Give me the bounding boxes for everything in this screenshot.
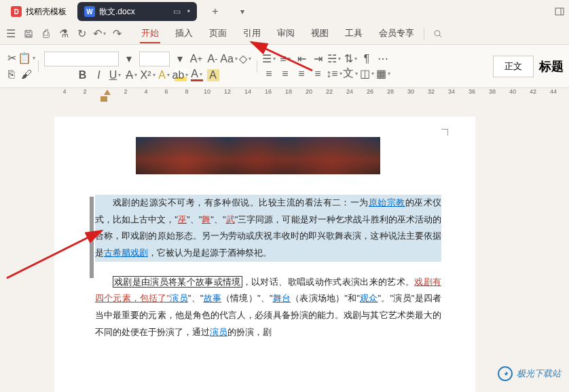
phonetic-icon[interactable]: 文 [344,68,356,80]
more-icon[interactable]: ⋯ [377,53,389,65]
menu-tab-insert[interactable]: 插入 [174,24,194,43]
cut-icon[interactable]: ✂ [5,52,18,64]
increase-font-icon[interactable]: A+ [190,53,202,65]
document-image[interactable] [136,137,380,174]
tab-window-icon[interactable]: ▭ [173,7,181,16]
highlight-icon[interactable]: ab [175,69,187,81]
line-spacing-icon[interactable]: ↕≡ [328,68,340,80]
redo-icon[interactable]: ↷ [111,28,122,39]
link-wu[interactable]: 巫 [178,214,187,224]
paragraph-1[interactable]: 戏剧的起源实不可考，有多种假说。比较主流的看法有二：一为原始宗教的巫术仪式，比如… [95,195,441,262]
change-case-icon[interactable]: Aa [223,53,235,65]
link-audience[interactable]: 观众 [360,293,378,303]
watermark: ✦ 极光下载站 [498,366,561,381]
tab-document[interactable]: W 散文.docx ▭ • [77,2,197,21]
settings-icon[interactable]: ⚗ [58,28,69,39]
watermark-logo-icon: ✦ [498,366,513,381]
font-size-select[interactable] [139,52,170,66]
strike-icon[interactable]: A [126,69,138,81]
horizontal-ruler[interactable]: 4 2 2 4 6 8 10 12 14 16 18 20 22 24 26 2… [0,88,569,103]
decrease-indent-icon[interactable]: ⇤ [295,53,308,65]
document-page[interactable]: 戏剧的起源实不可考，有多种假说。比较主流的看法有二：一为原始宗教的巫术仪式，比如… [54,117,475,392]
style-heading-label[interactable]: 标题 [539,58,564,75]
sort-icon[interactable]: ⇅ [344,53,356,65]
add-tab-button[interactable]: + [206,3,224,20]
italic-icon[interactable]: I [93,69,105,81]
menu-tab-review[interactable]: 审阅 [276,24,296,43]
font-name-select[interactable] [44,52,119,66]
link-martial[interactable]: 武 [226,214,235,224]
link-religion[interactable]: 原始宗教 [369,197,405,208]
decrease-font-icon[interactable]: A- [206,53,219,65]
link-greek-drama[interactable]: 古希腊戏剧 [104,248,148,258]
tab-label: 散文.docx [99,6,135,18]
link-actor2[interactable]: 演员 [210,327,227,337]
menu-tab-start[interactable]: 开始 [140,24,160,43]
tab-label: 找稻壳模板 [26,6,67,18]
menu-tab-tools[interactable]: 工具 [344,24,364,43]
align-center-icon[interactable]: ≡ [279,68,291,80]
show-marks-icon[interactable]: ¶ [361,53,373,65]
bullet-list-icon[interactable]: ☰ [263,53,275,65]
menu-tab-page[interactable]: 页面 [208,24,228,43]
menu-tab-member[interactable]: 会员专享 [378,24,416,43]
paragraph-2[interactable]: 戏剧是由演员将某个故事或情境，以对话、歌唱或动作式表演出来的艺术。戏剧有四个元素… [95,274,441,341]
link-actor[interactable]: 演员 [170,293,188,303]
bold-icon[interactable]: B [77,69,89,81]
align-left-icon[interactable]: ≡ [263,68,275,80]
superscript-icon[interactable]: X² [142,69,154,81]
style-normal-button[interactable]: 正文 [493,56,534,77]
paste-icon[interactable]: 📋 [20,52,33,64]
text-effects-icon[interactable]: A [158,69,170,81]
font-color-icon[interactable]: A [191,69,203,81]
refresh-icon[interactable]: ↻ [76,28,87,39]
align-right-icon[interactable]: ≡ [295,68,308,80]
link-dance[interactable]: 舞 [202,214,210,224]
undo-icon[interactable]: ↶ [94,28,105,39]
char-shading-icon[interactable]: A [207,69,219,81]
tab-list-button[interactable]: ▾ [234,3,251,20]
shading-icon[interactable]: ◫ [361,68,373,80]
save-icon[interactable] [23,28,34,39]
svg-rect-0 [555,8,564,15]
text-direction-icon[interactable]: ☵ [328,53,340,65]
search-icon[interactable] [433,28,443,39]
watermark-text: 极光下载站 [517,368,561,380]
align-justify-icon[interactable]: ≡ [312,68,324,80]
svg-point-2 [435,31,440,36]
menu-tab-view[interactable]: 视图 [310,24,330,43]
clear-format-icon[interactable]: ◇ [239,53,251,65]
format-painter-icon[interactable]: 🖌 [20,68,33,81]
svg-line-3 [439,35,441,37]
tab-menu-icon[interactable]: • [187,7,190,16]
boxed-text: 戏剧是由演员将某个故事或情境 [113,276,242,288]
menu-tab-reference[interactable]: 引用 [242,24,262,43]
menu-icon[interactable]: ☰ [5,28,16,39]
word-icon: W [84,6,95,17]
copy-icon[interactable]: ⎘ [5,68,18,81]
underline-icon[interactable]: U [109,69,122,81]
chevron-down-icon[interactable]: ▾ [174,53,186,65]
number-list-icon[interactable]: ≡ [279,53,291,65]
panel-icon[interactable] [554,6,565,17]
border-icon[interactable]: ▦ [377,68,389,80]
link-stage[interactable]: 舞台 [273,293,291,303]
link-story[interactable]: 故事 [203,293,221,303]
chevron-down-icon[interactable]: ▾ [123,53,135,65]
tool-icon[interactable]: ⎙ [41,28,52,39]
tab-templates[interactable]: D 找稻壳模板 [4,2,73,21]
daokel-icon: D [11,6,22,17]
increase-indent-icon[interactable]: ⇥ [312,53,324,65]
